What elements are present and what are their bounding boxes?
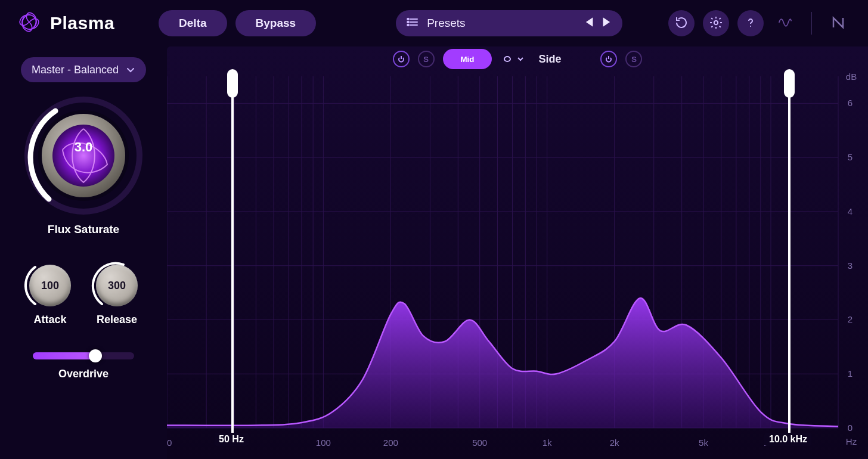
overdrive-control: Overdrive bbox=[33, 352, 134, 380]
mid-solo-button[interactable]: S bbox=[418, 51, 435, 67]
profile-select[interactable]: Master - Balanced bbox=[21, 57, 146, 82]
divider bbox=[811, 12, 812, 35]
attack-label: Attack bbox=[33, 314, 66, 326]
envelope-knobs: 100 Attack 300 Release bbox=[29, 265, 138, 326]
spectrum-curve bbox=[167, 46, 868, 459]
question-icon bbox=[743, 15, 758, 32]
reset-button[interactable] bbox=[668, 10, 695, 36]
app-name: Plasma bbox=[50, 13, 114, 33]
chevron-down-icon bbox=[517, 55, 524, 63]
flux-saturate-knob[interactable]: 3.0 bbox=[21, 93, 146, 218]
plasma-logo-icon bbox=[17, 10, 42, 37]
release-knob[interactable]: 300 Release bbox=[96, 265, 138, 326]
svg-point-4 bbox=[407, 21, 409, 23]
preset-label: Presets bbox=[427, 17, 576, 30]
preset-prev-icon[interactable] bbox=[584, 17, 594, 30]
side-solo-button[interactable]: S bbox=[625, 51, 642, 67]
svg-point-5 bbox=[407, 24, 409, 26]
n-logo-icon bbox=[831, 15, 845, 32]
side-tab[interactable]: Side bbox=[532, 53, 567, 66]
side-power-button[interactable] bbox=[600, 51, 617, 67]
bypass-button[interactable]: Bypass bbox=[235, 10, 317, 36]
range-high-handle[interactable] bbox=[788, 70, 790, 445]
preset-next-icon[interactable] bbox=[602, 17, 612, 30]
attack-knob[interactable]: 100 Attack bbox=[29, 265, 71, 326]
chevron-down-icon bbox=[126, 65, 135, 75]
overdrive-fill bbox=[33, 352, 95, 359]
spectrum-display: S Mid Side S 6543210dBHz201002005001k2k5… bbox=[167, 46, 868, 459]
waveform-icon bbox=[778, 15, 792, 32]
manufacturer-logo[interactable] bbox=[825, 10, 851, 36]
undo-icon bbox=[674, 15, 689, 32]
mid-power-button[interactable] bbox=[393, 51, 410, 67]
mid-tab[interactable]: Mid bbox=[443, 49, 492, 69]
flux-saturate-label: Flux Saturate bbox=[48, 223, 119, 236]
profile-name: Master - Balanced bbox=[32, 64, 119, 76]
overdrive-thumb[interactable] bbox=[89, 349, 102, 362]
channel-toolbar: S Mid Side S bbox=[167, 49, 868, 69]
settings-button[interactable] bbox=[703, 10, 729, 36]
brand: Plasma bbox=[17, 10, 114, 37]
svg-point-6 bbox=[714, 20, 718, 24]
topbar: Plasma Delta Bypass Presets bbox=[0, 0, 868, 46]
preset-list-icon bbox=[407, 16, 418, 31]
overdrive-slider[interactable] bbox=[33, 352, 134, 359]
preset-bar[interactable]: Presets bbox=[396, 10, 622, 36]
svg-point-7 bbox=[750, 26, 751, 27]
range-low-handle[interactable] bbox=[231, 70, 234, 445]
range-low-label: 50 Hz bbox=[214, 433, 249, 446]
svg-point-3 bbox=[407, 18, 409, 20]
sidebar: Master - Balanced bbox=[0, 46, 167, 459]
link-channels-button[interactable] bbox=[500, 54, 524, 64]
delta-button[interactable]: Delta bbox=[159, 10, 227, 36]
flux-saturate-value: 3.0 bbox=[21, 93, 146, 218]
release-label: Release bbox=[97, 314, 137, 326]
waveform-button[interactable] bbox=[772, 10, 798, 36]
main: Master - Balanced bbox=[0, 46, 868, 459]
gear-icon bbox=[709, 15, 723, 32]
overdrive-label: Overdrive bbox=[58, 368, 108, 380]
help-button[interactable] bbox=[737, 10, 764, 36]
range-high-label: 10.0 kHz bbox=[764, 433, 812, 446]
